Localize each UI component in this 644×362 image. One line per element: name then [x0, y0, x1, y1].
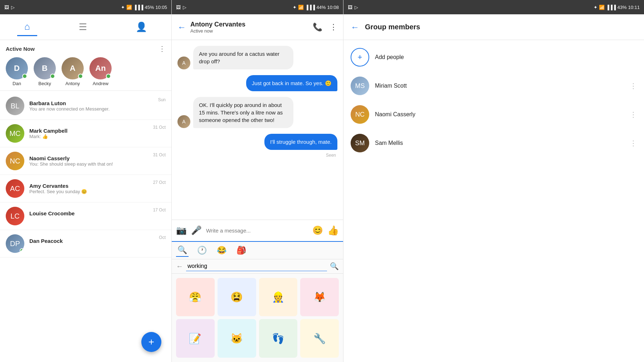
- msg-bubble-3: OK. I'll quickly pop around in about 15 …: [193, 97, 293, 128]
- naomi-avatar: NC: [6, 152, 24, 170]
- active-now-header: Active Now ⋮: [6, 44, 166, 53]
- becky-name: Becky: [38, 81, 51, 86]
- like-icon[interactable]: 👍: [327, 225, 339, 236]
- antony-name: Antony: [65, 81, 80, 86]
- antony-online-dot: [78, 74, 83, 79]
- emoji-icon[interactable]: 😊: [312, 225, 323, 235]
- chat-more-icon[interactable]: ⋮: [330, 23, 337, 32]
- naomi-more-icon[interactable]: ⋮: [630, 110, 637, 119]
- middle-status-bar: 🖼 ▷ ✦ 📶 ▐▐▐ 44% 10:08: [172, 0, 343, 14]
- sticker-tab-search[interactable]: 🔍: [176, 244, 189, 257]
- sticker-tab-recent[interactable]: 🕐: [196, 244, 208, 256]
- sticker-8[interactable]: 🔧: [300, 319, 339, 358]
- sticker-7[interactable]: 👣: [259, 319, 298, 358]
- mark-avatar: MC: [6, 124, 24, 143]
- battery-left: 45%: [145, 5, 154, 10]
- sticker-5[interactable]: 📝: [176, 319, 215, 358]
- active-user-antony[interactable]: A Antony: [62, 57, 84, 86]
- member-miriam[interactable]: MS Miriam Scott ⋮: [343, 72, 644, 100]
- andrew-avatar-wrap: An: [89, 57, 112, 79]
- active-user-andrew[interactable]: An Andrew: [89, 57, 112, 86]
- message-input[interactable]: [206, 228, 308, 234]
- camera-icon[interactable]: 📷: [176, 225, 187, 235]
- amy-preview: Perfect. See you sunday 😊: [29, 189, 166, 194]
- new-conversation-fab[interactable]: +: [141, 332, 161, 352]
- sticker-4[interactable]: 🦊: [300, 278, 339, 317]
- mic-icon[interactable]: 🎤: [191, 225, 202, 235]
- member-naomi[interactable]: NC Naomi Casserly ⋮: [343, 100, 644, 129]
- group-header: ← Group members: [343, 14, 644, 40]
- dan-online-dot: [22, 74, 27, 79]
- mark-time: 31 Oct: [153, 125, 166, 130]
- left-status-bar: 🖼 ▷ ✦ 📶 ▐▐▐ 45% 10:05: [0, 0, 171, 14]
- naomi-member-name: Naomi Casserly: [375, 111, 630, 118]
- sticker-3[interactable]: 👷: [259, 278, 298, 317]
- message-input-area: 📷 🎤 😊 👍: [172, 220, 343, 241]
- contact-barbara[interactable]: BL Barbara Luton You are now connected o…: [0, 92, 171, 120]
- chat-header-info: Antony Cervantes Active now: [190, 21, 313, 34]
- dan-peacock-name: Dan Peacock: [29, 238, 166, 244]
- active-now-more[interactable]: ⋮: [158, 44, 166, 53]
- contact-dan-peacock[interactable]: DP Dan Peacock blurred preview text Oct: [0, 230, 171, 258]
- dan-peacock-online: [20, 248, 24, 253]
- naomi-name: Naomi Casserly: [29, 155, 166, 161]
- status-right-info: ✦ 📶 ▐▐▐ 45% 10:05: [121, 5, 167, 10]
- message-3: A OK. I'll quickly pop around in about 1…: [177, 97, 337, 128]
- wifi-icon: 📶: [126, 5, 132, 10]
- antony-msg-avatar-2: A: [177, 115, 190, 128]
- barbara-time: Sun: [158, 97, 166, 102]
- sticker-1[interactable]: 😤: [176, 278, 215, 317]
- sticker-6[interactable]: 🐱: [218, 319, 256, 358]
- sam-more-icon[interactable]: ⋮: [630, 139, 637, 147]
- contact-mark[interactable]: MC Mark Campbell Mark: 👍 31 Oct: [0, 120, 171, 147]
- sticker-search-icon[interactable]: 🔍: [330, 262, 339, 270]
- mid-status-right: ✦ 📶 ▐▐▐ 44% 10:08: [293, 5, 339, 10]
- nav-menu[interactable]: ☰: [72, 19, 94, 35]
- nav-home[interactable]: ⌂: [17, 18, 37, 36]
- sam-name: Sam Mellis: [375, 140, 630, 146]
- member-sam[interactable]: SM Sam Mellis ⋮: [343, 129, 644, 157]
- nav-profile[interactable]: 👤: [128, 19, 154, 35]
- mid-status-left: 🖼 ▷: [176, 5, 186, 10]
- sticker-back-button[interactable]: ←: [176, 262, 183, 270]
- chat-phone-icon[interactable]: 📞: [313, 23, 322, 32]
- sticker-tab-bag[interactable]: 🎒: [235, 244, 248, 256]
- contact-louise[interactable]: LC Louise Crocombe blurred message here.…: [0, 202, 171, 230]
- amy-name: Amy Cervantes: [29, 183, 166, 189]
- mid-wifi-icon: 📶: [298, 5, 304, 10]
- sticker-search-row: ← 🔍: [172, 259, 343, 274]
- amy-avatar: AC: [6, 179, 24, 198]
- andrew-online-dot: [106, 74, 111, 79]
- right-wifi-icon: 📶: [599, 5, 605, 10]
- louise-name: Louise Crocombe: [29, 210, 166, 216]
- barbara-name: Barbara Luton: [29, 100, 166, 106]
- sticker-tabs: 🔍 🕐 😂 🎒: [172, 242, 343, 259]
- fab-plus-icon: +: [148, 336, 154, 348]
- group-back-button[interactable]: ←: [351, 22, 359, 32]
- add-people-label: Add people: [375, 54, 637, 60]
- amy-time: 27 Oct: [153, 180, 166, 185]
- right-status-left: 🖼 ▷: [348, 5, 358, 10]
- add-people-item[interactable]: + Add people: [343, 43, 644, 72]
- right-cast-icon: ▷: [355, 5, 358, 10]
- contact-amy[interactable]: AC Amy Cervantes Perfect. See you sunday…: [0, 175, 171, 202]
- contact-naomi[interactable]: NC Naomi Casserly You: She should sleep …: [0, 147, 171, 175]
- naomi-time: 31 Oct: [153, 152, 166, 157]
- mid-battery: 44%: [316, 5, 326, 10]
- chat-back-button[interactable]: ←: [177, 22, 186, 32]
- mid-bluetooth-icon: ✦: [293, 5, 297, 10]
- msg-bubble-1: Are you around for a cactus water drop o…: [193, 46, 293, 69]
- signal-icon: ▐▐▐: [133, 5, 143, 10]
- active-user-dan[interactable]: D Dan: [6, 57, 28, 86]
- right-time: 10:11: [628, 5, 640, 10]
- becky-online-dot: [50, 74, 55, 79]
- miriam-more-icon[interactable]: ⋮: [630, 82, 637, 90]
- naomi-member-avatar: NC: [351, 105, 369, 124]
- active-user-becky[interactable]: B Becky: [34, 57, 56, 86]
- mid-signal-icon: ▐▐▐: [305, 5, 315, 10]
- divider-1: [0, 90, 171, 91]
- left-panel: 🖼 ▷ ✦ 📶 ▐▐▐ 45% 10:05 ⌂ ☰ 👤 Active Now ⋮: [0, 0, 172, 362]
- sticker-2[interactable]: 😫: [218, 278, 256, 317]
- sticker-search-input[interactable]: [186, 261, 327, 271]
- sticker-tab-emoji[interactable]: 😂: [215, 244, 228, 256]
